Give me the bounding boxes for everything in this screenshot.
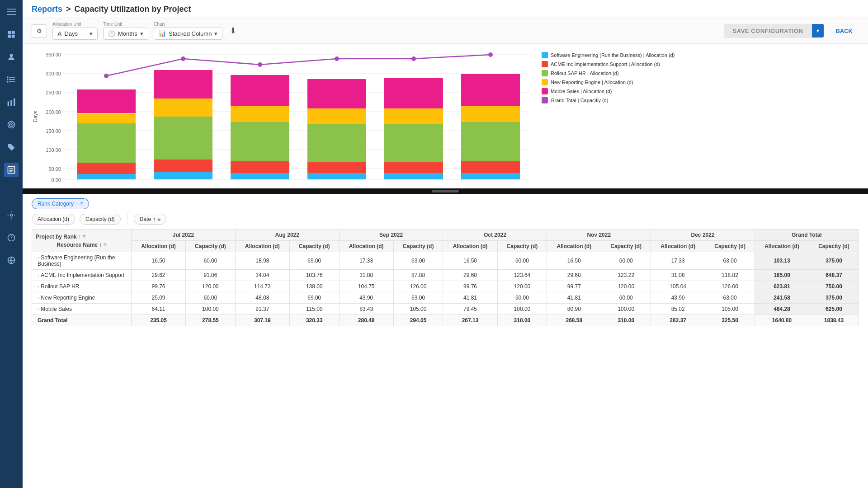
gt-cell-13: 1838.43 (809, 315, 859, 326)
svg-text:Jul 2022: Jul 2022 (97, 183, 116, 184)
time-unit-dropdown[interactable]: 🕐 Months ▾ (103, 28, 148, 40)
cell-1-4: 31.08 (339, 270, 393, 281)
svg-rect-15 (10, 100, 12, 106)
svg-rect-46 (77, 163, 136, 174)
sidebar-gear-icon[interactable] (4, 208, 19, 222)
cell-1-10: 31.08 (651, 270, 705, 281)
gt-cell-0: 235.05 (132, 315, 186, 326)
svg-text:100.00: 100.00 (46, 147, 61, 153)
back-button[interactable]: BACK (829, 24, 859, 38)
svg-rect-23 (9, 170, 13, 171)
aug-header: Aug 2022 (235, 230, 339, 241)
legend-label-acme: ACME Inc Implementation Support | Alloca… (551, 61, 660, 67)
date-filter[interactable]: Date ↑ ≡ (134, 214, 166, 225)
project-rank-header: Project by Rank ↑ ≡ Resource Name ↑ ≡ (32, 230, 132, 252)
cell-0-10: 17.33 (651, 252, 705, 270)
svg-point-75 (104, 74, 108, 78)
settings-button[interactable]: ⚙ (32, 24, 47, 38)
cell-4-12: 484.28 (755, 304, 809, 315)
cell-4-2: 91.37 (235, 304, 289, 315)
cell-1-5: 87.88 (393, 270, 443, 281)
cell-0-6: 16.50 (443, 252, 497, 270)
date-filter-icon: ≡ (157, 216, 160, 222)
svg-rect-10 (7, 79, 8, 80)
resource-name-label[interactable]: Resource Name ↑ ≡ (57, 242, 106, 248)
cell-4-1: 100.00 (186, 304, 236, 315)
sidebar-menu-icon[interactable] (4, 5, 19, 19)
sidebar-tag-icon[interactable] (4, 140, 19, 155)
data-table: Project by Rank ↑ ≡ Resource Name ↑ ≡ Ju… (32, 229, 859, 326)
svg-text:Nov 2022: Nov 2022 (403, 183, 424, 184)
svg-rect-58 (231, 106, 289, 122)
legend-color-grand-total (542, 97, 548, 103)
rank-category-label: Rank Category (38, 201, 74, 207)
sidebar-target-icon[interactable] (4, 117, 19, 132)
chart-container: Days 350.00 300.00 250.00 200.00 150.00 … (32, 48, 859, 184)
chart-type-group: Chart 📊 Stacked Column ▾ (154, 22, 222, 40)
cell-0-3: 69.00 (289, 252, 339, 270)
table-row: ›Software Engineering (Run the Business)… (32, 252, 859, 270)
sidebar-chart-icon[interactable] (4, 95, 19, 109)
allocation-chip[interactable]: Allocation (d) (32, 214, 75, 225)
cell-4-10: 85.02 (651, 304, 705, 315)
sidebar-list-icon[interactable] (4, 72, 19, 87)
save-configuration-button[interactable]: SAVE CONFIGURATION (724, 24, 812, 38)
svg-text:?: ? (10, 235, 13, 240)
save-dropdown-arrow[interactable]: ▾ (812, 24, 824, 38)
capacity-chip[interactable]: Capacity (d) (80, 214, 121, 225)
svg-rect-66 (384, 162, 443, 173)
reports-link[interactable]: Reports (32, 5, 62, 14)
legend-item-mobile-sales: Mobile Sales | Allocation (d) (542, 88, 675, 94)
svg-rect-65 (384, 173, 443, 179)
allocation-icon: A (57, 30, 61, 37)
cell-2-10: 105.04 (651, 281, 705, 292)
project-rank-label[interactable]: Project by Rank ↑ ≡ (36, 234, 85, 240)
svg-rect-2 (7, 14, 16, 15)
time-unit-arrow: ▾ (140, 30, 143, 37)
sidebar-people-icon[interactable] (4, 50, 19, 64)
sidebar-help-icon[interactable]: ? (4, 230, 19, 245)
download-button[interactable]: ⬇ (228, 24, 238, 38)
chart-area: Days 350.00 300.00 250.00 200.00 150.00 … (23, 44, 868, 188)
svg-rect-50 (154, 172, 212, 179)
svg-text:0.00: 0.00 (52, 177, 61, 183)
cell-0-1: 60.00 (186, 252, 236, 270)
rank-category-filter-icon: ≡ (80, 201, 83, 207)
svg-rect-73 (461, 106, 520, 122)
cell-3-5: 63.00 (393, 292, 443, 304)
svg-rect-1 (7, 11, 16, 12)
sep-alloc-subheader: Allocation (d) (339, 241, 393, 252)
chart-type-label: Chart (154, 22, 222, 27)
date-label: Date (140, 216, 151, 222)
sep-cap-subheader: Capacity (d) (393, 241, 443, 252)
cell-0-8: 16.50 (547, 252, 601, 270)
filter-row-2: Allocation (d) Capacity (d) Date ↑ ≡ (32, 214, 859, 225)
row-label-3: ›New Reporting Engine (32, 292, 132, 304)
sidebar-reports-icon[interactable] (4, 163, 19, 177)
svg-rect-5 (8, 35, 11, 38)
cell-3-11: 63.00 (705, 292, 755, 304)
sidebar-globe-icon[interactable] (4, 253, 19, 267)
cell-0-11: 63.00 (705, 252, 755, 270)
legend-item-software-eng: Software Engineering (Run the Business) … (542, 52, 675, 58)
cell-2-6: 99.76 (443, 281, 497, 292)
allocation-unit-dropdown[interactable]: A Days ▾ (52, 28, 98, 40)
sidebar-dashboard-icon[interactable] (4, 27, 19, 42)
jul-cap-subheader: Capacity (d) (186, 241, 236, 252)
allocation-chip-label: Allocation (d) (38, 216, 69, 222)
svg-text:Aug 2022: Aug 2022 (172, 183, 193, 184)
gt-alloc-subheader: Allocation (d) (755, 241, 809, 252)
svg-rect-14 (8, 101, 9, 106)
breadcrumb-separator: > (66, 5, 71, 14)
chart-type-arrow: ▾ (214, 30, 217, 37)
cell-0-0: 16.50 (132, 252, 186, 270)
gt-cell-11: 325.50 (705, 315, 755, 326)
chart-scrollbar[interactable] (23, 188, 868, 194)
chart-svg: 350.00 300.00 250.00 200.00 150.00 100.0… (41, 48, 533, 184)
sidebar-transfer-icon[interactable] (4, 185, 19, 200)
rank-category-filter[interactable]: Rank Category ↑ ≡ (32, 198, 89, 209)
chart-type-dropdown[interactable]: 📊 Stacked Column ▾ (154, 28, 222, 40)
header: Reports > Capacity Utilization by Projec… (23, 0, 868, 18)
cell-4-13: 625.00 (809, 304, 859, 315)
page-title: Capacity Utilization by Project (75, 5, 191, 14)
